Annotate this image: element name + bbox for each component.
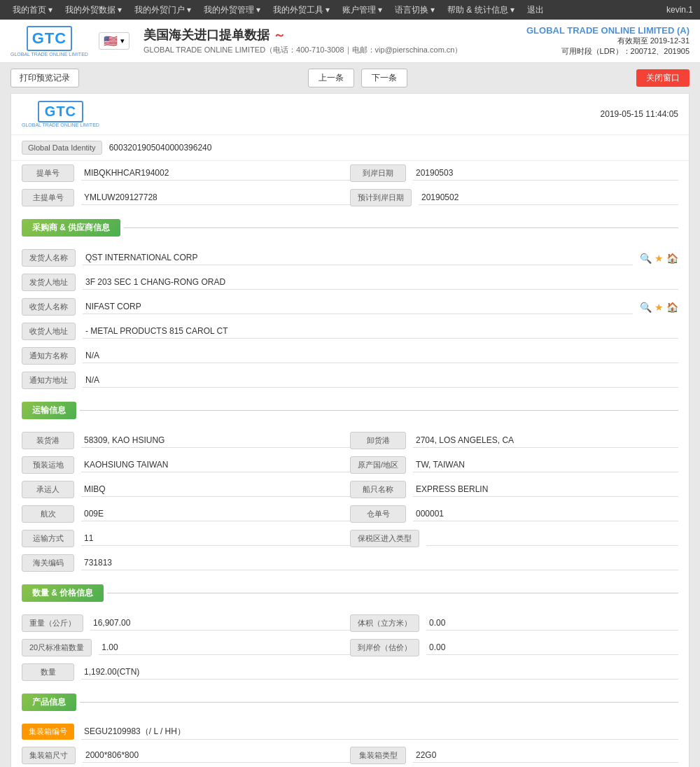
transport-mode-value: 11 — [81, 532, 350, 546]
vessel-value: EXPRESS BERLIN — [413, 483, 678, 497]
voyage-label: 航次 — [22, 505, 74, 523]
nav-logout[interactable]: 退出 — [522, 0, 550, 20]
star-icon-2[interactable]: ★ — [654, 302, 664, 313]
consignee-addr-value: - METAL PRODUCTS 815 CAROL CT — [83, 325, 678, 339]
hold-label: 仓单号 — [350, 505, 406, 523]
record-card: GTC GLOBAL TRADE ONLINE LIMITED 2019-05-… — [10, 93, 690, 767]
container-type-label: 集装箱类型 — [350, 747, 406, 764]
nav-account[interactable]: 账户管理 ▾ — [337, 0, 388, 20]
arrival-date-value: 20190503 — [413, 167, 678, 181]
nav-help[interactable]: 帮助 & 统计信息 ▾ — [442, 0, 520, 20]
supplier-section-title: 采购商 & 供应商信息 — [22, 219, 120, 237]
prev-button[interactable]: 上一条 — [308, 69, 354, 87]
nav-home[interactable]: 我的首页 ▾ — [7, 0, 58, 20]
notify-addr-row: 通知方地址 N/A — [11, 368, 689, 393]
quantity-label: 数量 — [22, 663, 74, 681]
volume-value: 0.00 — [426, 617, 678, 631]
consignee-name-value: NIFAST CORP — [83, 300, 633, 314]
gdi-value: 6003201905040000396240 — [109, 143, 212, 153]
quantity-section-header: 数量 & 价格信息 — [11, 579, 689, 607]
bill-no-value: MIBQKHHCAR194002 — [81, 167, 350, 181]
print-button[interactable]: 打印预览记录 — [10, 69, 79, 87]
product-section-header: 产品信息 — [11, 688, 689, 717]
page-title-area: 美国海关进口提单数据 ～ GLOBAL TRADE ONLINE LIMITED… — [144, 27, 526, 55]
shipper-addr-row: 发货人地址 3F 203 SEC 1 CHANG-RONG ORAD — [11, 270, 689, 295]
nav-management[interactable]: 我的外贸管理 ▾ — [198, 0, 266, 20]
consignee-addr-label: 收货人地址 — [22, 323, 76, 340]
carrier-origin-row: 预装运地 KAOHSIUNG TAIWAN 原产国/地区 TW, TAIWAN — [11, 453, 689, 477]
nav-tools[interactable]: 我的外贸工具 ▾ — [267, 0, 335, 20]
origin-label: 原产国/地区 — [350, 456, 406, 474]
flag-icon: 🇺🇸 — [104, 34, 118, 48]
container-no-value: SEGU2109983（/ L / HH） — [81, 724, 678, 740]
next-button[interactable]: 下一条 — [361, 69, 407, 87]
nav-trade-data[interactable]: 我的外贸数据 ▾ — [59, 0, 127, 20]
top-toolbar: 打印预览记录 上一条 下一条 关闭窗口 — [0, 63, 700, 93]
shipper-name-value: QST INTERNATIONAL CORP — [83, 251, 633, 265]
ldr-info: 可用时段（LDR）：200712、201905 — [526, 46, 690, 57]
container20-label: 20尺标准箱数量 — [22, 639, 92, 656]
logo-subtitle: GLOBAL TRADE ONLINE LIMITED — [10, 52, 88, 57]
shipper-name-icons: 🔍 ★ 🏠 — [640, 253, 678, 264]
transport-bonded-row: 运输方式 11 保税区进入类型 — [11, 526, 689, 551]
weight-volume-row: 重量（公斤） 16,907.00 体积（立方米） 0.00 — [11, 611, 689, 635]
logo-text: GTC — [32, 29, 66, 47]
master-bill-row: 主提单号 YMLUW209127728 预计到岸日期 20190502 — [11, 185, 689, 210]
carrier-label: 承运人 — [22, 481, 74, 498]
star-icon[interactable]: ★ — [654, 253, 664, 264]
volume-label: 体积（立方米） — [350, 614, 419, 632]
quantity-row: 数量 1,192.00(CTN) — [11, 660, 689, 684]
page-title: 美国海关进口提单数据 ～ — [144, 27, 526, 43]
home-icon-2[interactable]: 🏠 — [666, 302, 678, 313]
transport-section-title: 运输信息 — [22, 402, 76, 419]
home-icon[interactable]: 🏠 — [666, 253, 678, 264]
consignee-name-icons: 🔍 ★ 🏠 — [640, 302, 678, 313]
pre-carrier-label: 预装运地 — [22, 456, 74, 474]
container-type-value: 22G0 — [413, 749, 678, 763]
arrival-date-label: 到岸日期 — [350, 164, 406, 182]
language-flag-button[interactable]: 🇺🇸 ▾ — [99, 32, 130, 50]
page-subtitle: GLOBAL TRADE ONLINE LIMITED（电话：400-710-3… — [144, 45, 526, 55]
transport-mode-label: 运输方式 — [22, 530, 74, 547]
search-icon[interactable]: 🔍 — [640, 253, 652, 264]
shipper-addr-value: 3F 203 SEC 1 CHANG-RONG ORAD — [83, 276, 678, 290]
supplier-section-header: 采购商 & 供应商信息 — [11, 213, 689, 242]
notify-name-value: N/A — [83, 349, 678, 363]
card-logo-sub: GLOBAL TRADE ONLINE LIMITED — [22, 122, 99, 127]
hold-value: 000001 — [413, 507, 678, 521]
card-timestamp: 2019-05-15 11:44:05 — [601, 109, 678, 119]
container20-value: 1.00 — [99, 641, 350, 655]
estimated-date-label: 预计到岸日期 — [350, 189, 412, 206]
quantity-value: 1,192.00(CTN) — [81, 666, 678, 680]
close-button[interactable]: 关闭窗口 — [636, 69, 690, 87]
container-size-value: 2000*806*800 — [83, 749, 350, 763]
consignee-name-row: 收货人名称 NIFAST CORP 🔍 ★ 🏠 — [11, 295, 689, 319]
notify-addr-label: 通知方地址 — [22, 372, 76, 389]
port-row: 装货港 58309, KAO HSIUNG 卸货港 2704, LOS ANGE… — [11, 428, 689, 453]
search-icon-2[interactable]: 🔍 — [640, 302, 652, 313]
shipper-addr-label: 发货人地址 — [22, 274, 76, 291]
product-section-title: 产品信息 — [22, 694, 76, 711]
gdi-row: Global Data Identity 6003201905040000396… — [11, 135, 689, 161]
container-price-row: 20尺标准箱数量 1.00 到岸价（估价） 0.00 — [11, 635, 689, 660]
logo-area: GTC GLOBAL TRADE ONLINE LIMITED — [10, 26, 88, 57]
notify-name-label: 通知方名称 — [22, 347, 76, 365]
bonded-value — [426, 532, 678, 546]
main-content: GTC GLOBAL TRADE ONLINE LIMITED 2019-05-… — [0, 93, 700, 767]
pre-carrier-value: KAOHSIUNG TAIWAN — [81, 458, 350, 472]
bill-arrival-row: 提单号 MIBQKHHCAR194002 到岸日期 20190503 — [11, 161, 689, 185]
nav-language[interactable]: 语言切换 ▾ — [389, 0, 440, 20]
weight-label: 重量（公斤） — [22, 614, 83, 632]
user-info: kevin.1 — [666, 5, 693, 15]
nav-portal[interactable]: 我的外贸门户 ▾ — [129, 0, 197, 20]
consignee-addr-row: 收货人地址 - METAL PRODUCTS 815 CAROL CT — [11, 319, 689, 344]
notify-name-row: 通知方名称 N/A — [11, 344, 689, 368]
shipper-name-row: 发货人名称 QST INTERNATIONAL CORP 🔍 ★ 🏠 — [11, 246, 689, 270]
estimated-date-value: 20190502 — [419, 191, 678, 205]
nav-items: 我的首页 ▾ 我的外贸数据 ▾ 我的外贸门户 ▾ 我的外贸管理 ▾ 我的外贸工具… — [7, 0, 550, 20]
unloading-port-label: 卸货港 — [350, 432, 406, 449]
loading-port-label: 装货港 — [22, 432, 74, 449]
weight-value: 16,907.00 — [90, 617, 350, 631]
card-logo-text: GTC — [45, 104, 76, 119]
bonded-label: 保税区进入类型 — [350, 530, 419, 547]
